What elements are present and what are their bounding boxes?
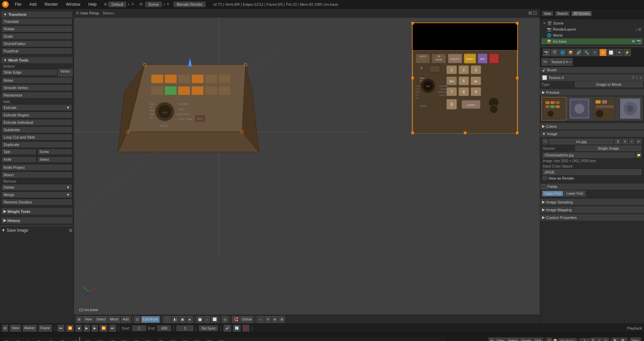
- uv-f-btn[interactable]: F: [591, 338, 596, 341]
- subdivide-button[interactable]: Subdivide: [1, 126, 72, 133]
- viewport-edge-select[interactable]: ⬦: [204, 316, 210, 323]
- playback-prev-icon[interactable]: ⏪: [66, 325, 74, 332]
- image-new-icon[interactable]: +: [543, 139, 548, 144]
- delete-dropdown[interactable]: Delete ▼: [1, 184, 72, 191]
- transform-gizmo-2[interactable]: ↺: [265, 316, 271, 323]
- uv-uvs-btn[interactable]: UVs: [533, 338, 543, 341]
- scene-selector[interactable]: Scene: [145, 2, 162, 7]
- resize-handle-br[interactable]: [516, 131, 519, 134]
- slide-edge-button[interactable]: Slide Edge: [1, 69, 58, 76]
- scale-button[interactable]: Scale: [1, 33, 72, 40]
- image-mapping-header[interactable]: ▶ Image Mapping: [540, 206, 644, 213]
- particles-props-icon[interactable]: ✦: [615, 49, 623, 56]
- tex-draw-icon[interactable]: TD: [541, 58, 549, 66]
- timeline-ruler[interactable]: -50 -25 0 25 50 75 100 125 150 175 200 2…: [0, 332, 644, 341]
- playback-prev-frame[interactable]: ◀: [76, 325, 82, 332]
- resize-handle-bm[interactable]: [464, 131, 466, 134]
- viewport-content[interactable]: MID WAY PT XTK HDG DA DIS/TIME WIND DSRT…: [74, 17, 540, 315]
- viewport-max-btn[interactable]: ⊠: [528, 10, 532, 15]
- viewport-shade-4[interactable]: ◈: [187, 316, 193, 323]
- translate-button[interactable]: Translate: [1, 18, 72, 25]
- viewport-vert-select[interactable]: ⬤: [196, 316, 203, 323]
- file-menu[interactable]: File: [13, 1, 23, 7]
- uv-image-btn[interactable]: Image: [520, 338, 533, 341]
- sync-btn[interactable]: 🔄: [233, 325, 240, 332]
- view-as-render-checkbox[interactable]: [543, 176, 547, 180]
- ins-base-render[interactable]: 📷: [637, 39, 641, 44]
- window-type-selector[interactable]: Default: [108, 2, 126, 7]
- colors-header[interactable]: ▶ Colors: [540, 123, 644, 129]
- playback-play-btn[interactable]: ▶: [84, 325, 90, 332]
- resize-handle-mr[interactable]: [516, 77, 519, 79]
- transform-gizmo-3[interactable]: ⊕: [272, 316, 278, 323]
- resize-handle-tl[interactable]: [411, 22, 414, 25]
- knife-button[interactable]: Knife: [1, 156, 37, 163]
- snap-icon[interactable]: 🧲: [232, 316, 239, 323]
- playback-end-icon[interactable]: ⏭: [109, 325, 116, 332]
- image-or-movie-value[interactable]: Image or Movie: [575, 82, 643, 87]
- thumb-3[interactable]: [593, 97, 617, 120]
- audio-btn[interactable]: 🔊: [224, 325, 231, 332]
- uv-view-btn[interactable]: View: [495, 338, 506, 341]
- resize-handle-tr[interactable]: [516, 22, 519, 25]
- data-props-icon[interactable]: ▽: [591, 49, 599, 56]
- resize-handle-bl[interactable]: [411, 131, 414, 134]
- texture-close-btn[interactable]: ✕: [639, 76, 642, 80]
- bisect-button[interactable]: Bisect: [1, 172, 72, 178]
- viewport-close-btn[interactable]: ⊡: [533, 10, 537, 15]
- extrude-dropdown[interactable]: Extrude ▼: [1, 104, 72, 111]
- timeline-frame-btn[interactable]: Frame: [39, 325, 52, 332]
- viewport-view-btn[interactable]: User Persp: [80, 11, 99, 15]
- file-browse-icon[interactable]: 📁: [636, 152, 641, 158]
- mesh-tools-header[interactable]: ▼ Mesh Tools: [1, 57, 72, 63]
- uv-zoom-in[interactable]: 🔍: [612, 338, 619, 341]
- transform-gizmo-4[interactable]: ⊞: [279, 316, 285, 323]
- uv-add-btn[interactable]: +: [597, 338, 602, 341]
- constraint-props-icon[interactable]: 🔗: [575, 49, 582, 56]
- timeline-type-icon[interactable]: ⊞: [2, 325, 8, 332]
- image-filename[interactable]: ins.jpg: [550, 139, 613, 144]
- image-close-icon[interactable]: ✕: [636, 139, 641, 144]
- vertex-badge[interactable]: Vertex: [58, 69, 72, 76]
- fields-header[interactable]: Fields: [540, 184, 644, 190]
- tab-search[interactable]: Search: [555, 11, 570, 16]
- playback-start-icon[interactable]: ⏮: [58, 325, 64, 332]
- uv-mode-icon[interactable]: ⊡: [546, 338, 552, 341]
- texture-props-icon[interactable]: ⬜: [607, 49, 615, 56]
- playback-next-icon[interactable]: ⏩: [100, 325, 107, 332]
- extrude-individual-button[interactable]: Extrude Individual: [1, 119, 72, 126]
- select-menu-btn[interactable]: Select: [95, 316, 108, 323]
- world-props-icon[interactable]: 🌐: [559, 49, 566, 56]
- timeline-marker-btn[interactable]: Marker: [23, 325, 37, 332]
- transform-gizmo-1[interactable]: ↔: [257, 316, 264, 323]
- texture-add-btn[interactable]: +: [636, 76, 638, 80]
- merge-dropdown[interactable]: Merge ▼: [1, 191, 72, 198]
- thumb-1[interactable]: [541, 97, 566, 120]
- tab-all-scenes[interactable]: All Scenes: [571, 11, 592, 16]
- viewport-shade-2[interactable]: ◧: [172, 316, 178, 323]
- image-sampling-header[interactable]: ▶ Image Sampling: [540, 199, 644, 205]
- texture-0-tab[interactable]: Texture.0 ✕ +: [550, 58, 573, 66]
- uv-type-icon[interactable]: ⊞: [489, 338, 495, 341]
- material-props-icon[interactable]: 🎨: [599, 49, 607, 56]
- save-image-section[interactable]: ▼ Save Image: [1, 228, 28, 233]
- uv-view-btn2[interactable]: View: [630, 338, 641, 341]
- smooth-vertex-button[interactable]: Smooth Vertex: [1, 84, 72, 91]
- world-item[interactable]: 🌐 World: [541, 32, 643, 38]
- thumb-2[interactable]: [567, 97, 592, 120]
- render-menu[interactable]: Render: [43, 1, 60, 7]
- global-selector[interactable]: Global: [240, 316, 254, 323]
- viewport[interactable]: ⊞ User Persp Meters ⊠ ⊡: [74, 9, 540, 324]
- view-menu[interactable]: View: [83, 316, 94, 323]
- mesh-menu-btn[interactable]: Mesh: [108, 316, 120, 323]
- select-button[interactable]: Select: [37, 156, 73, 163]
- scene-item[interactable]: ▼ 🎬 Scene: [541, 20, 643, 26]
- uv-zoom-out[interactable]: 🔍: [620, 338, 627, 341]
- ins-base-item[interactable]: 📦 ins.base 👁 📷: [541, 38, 643, 44]
- viewport-face-select[interactable]: ⬜: [211, 316, 218, 323]
- render-engine-selector[interactable]: Blender Render: [174, 2, 205, 7]
- custom-properties-header[interactable]: ▶ Custom Properties: [540, 214, 644, 221]
- shrink-fatten-button[interactable]: Shrink/Fatten: [1, 40, 72, 47]
- rotate-button[interactable]: Rotate: [1, 26, 72, 32]
- viewport-shade-3[interactable]: ▣: [179, 316, 186, 323]
